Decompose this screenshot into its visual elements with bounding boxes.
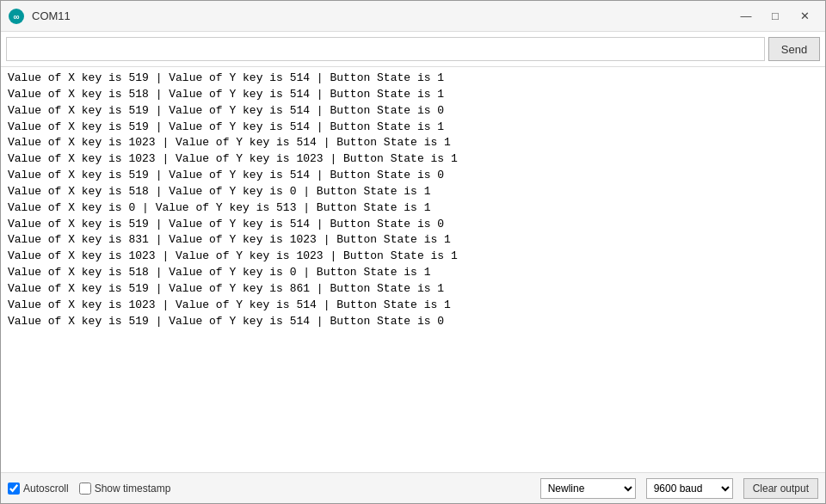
autoscroll-label[interactable]: Autoscroll [23,482,69,495]
output-line: Value of X key is 519 | Value of Y key i… [8,71,818,87]
output-line: Value of X key is 518 | Value of Y key i… [8,265,818,281]
output-area[interactable]: Value of X key is 519 | Value of Y key i… [1,67,825,472]
title-bar: ∞ COM11 — □ ✕ [1,1,825,32]
output-line: Value of X key is 518 | Value of Y key i… [8,184,818,200]
clear-output-button[interactable]: Clear output [743,478,818,499]
output-line: Value of X key is 1023 | Value of Y key … [8,249,818,265]
output-line: Value of X key is 0 | Value of Y key is … [8,200,818,217]
window-controls: — □ ✕ [732,4,818,28]
status-bar: Autoscroll Show timestamp No line ending… [1,472,825,503]
autoscroll-wrap: Autoscroll [8,482,69,495]
arduino-logo: ∞ [8,8,25,25]
timestamp-wrap: Show timestamp [79,482,171,495]
output-line: Value of X key is 1023 | Value of Y key … [8,298,818,314]
output-line: Value of X key is 519 | Value of Y key i… [8,168,818,184]
baud-select[interactable]: 300 baud1200 baud2400 baud4800 baud9600 … [646,478,733,499]
newline-select[interactable]: No line endingNewlineCarriage returnBoth… [540,478,636,499]
serial-input[interactable] [6,37,765,61]
output-line: Value of X key is 519 | Value of Y key i… [8,120,818,136]
output-line: Value of X key is 831 | Value of Y key i… [8,232,818,249]
svg-text:∞: ∞ [13,12,19,22]
output-line: Value of X key is 519 | Value of Y key i… [8,217,818,233]
input-bar: Send [1,32,825,67]
maximize-button[interactable]: □ [761,4,789,28]
output-line: Value of X key is 519 | Value of Y key i… [8,314,818,330]
timestamp-checkbox[interactable] [79,482,91,495]
window-title: COM11 [32,9,732,22]
autoscroll-checkbox[interactable] [8,482,20,495]
timestamp-label[interactable]: Show timestamp [95,482,171,495]
minimize-button[interactable]: — [732,4,760,28]
main-window: ∞ COM11 — □ ✕ Send Value of X key is 519… [0,0,826,504]
output-line: Value of X key is 518 | Value of Y key i… [8,87,818,103]
close-button[interactable]: ✕ [791,4,818,28]
output-line: Value of X key is 1023 | Value of Y key … [8,135,818,151]
send-button[interactable]: Send [768,37,820,61]
output-line: Value of X key is 519 | Value of Y key i… [8,281,818,298]
output-line: Value of X key is 1023 | Value of Y key … [8,151,818,168]
output-line: Value of X key is 519 | Value of Y key i… [8,103,818,120]
